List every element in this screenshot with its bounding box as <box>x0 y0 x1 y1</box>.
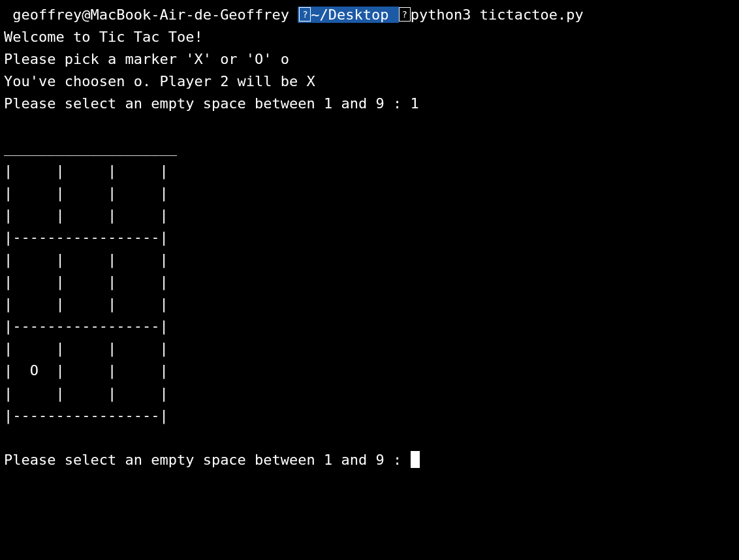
prompt-path-segment: ?~/Desktop <box>298 7 398 23</box>
board-top-border: ____________________ <box>4 137 735 159</box>
board-row-3a: | | | | <box>4 337 735 360</box>
input-prompt-text: Please select an empty space between 1 a… <box>4 452 411 468</box>
prompt-separator-icon: ? <box>399 7 411 22</box>
board-row-2a: | | | | <box>4 249 735 271</box>
output-chosen: You've choosen o. Player 2 will be X <box>4 70 735 93</box>
board-row-2b: | | | | <box>4 271 735 293</box>
board-separator-2: |-----------------| <box>4 315 735 337</box>
board-row-3b: | O | | | <box>4 360 735 382</box>
input-prompt-line[interactable]: Please select an empty space between 1 a… <box>4 449 735 471</box>
shell-prompt-line: geoffrey@MacBook-Air-de-Geoffrey ?~/Desk… <box>4 4 735 26</box>
blank-line <box>4 115 735 137</box>
output-pick-marker: Please pick a marker 'X' or 'O' o <box>4 48 735 70</box>
board-separator-3: |-----------------| <box>4 405 735 427</box>
board-row-2c: | | | | <box>4 293 735 315</box>
prompt-command: python3 tictactoe.py <box>411 7 584 23</box>
output-welcome: Welcome to Tic Tac Toe! <box>4 26 735 48</box>
board-row-1b: | | | | <box>4 182 735 204</box>
prompt-command-segment: ?python3 tictactoe.py <box>399 7 584 23</box>
board-row-1a: | | | | <box>4 160 735 182</box>
output-select-1: Please select an empty space between 1 a… <box>4 93 735 115</box>
blank-line <box>4 427 735 449</box>
prompt-path: ~/Desktop <box>311 7 388 23</box>
board-row-1c: | | | | <box>4 204 735 226</box>
folder-icon: ? <box>299 7 311 22</box>
terminal-cursor[interactable] <box>411 451 420 468</box>
board-row-3c: | | | | <box>4 382 735 405</box>
board-separator-1: |-----------------| <box>4 226 735 249</box>
prompt-user-host: geoffrey@MacBook-Air-de-Geoffrey <box>4 7 298 23</box>
